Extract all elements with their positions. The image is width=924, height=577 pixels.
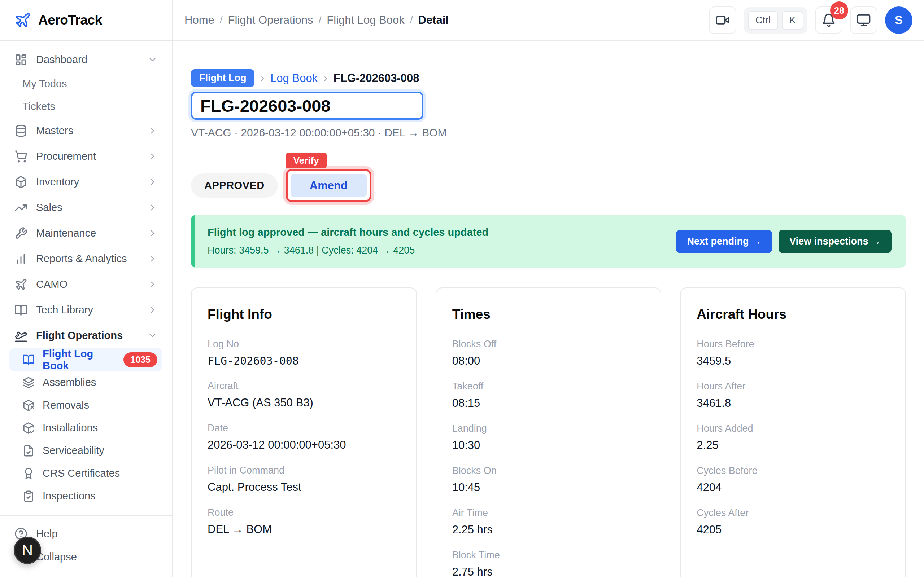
field-label: Takeoff [452,381,645,392]
package-check-icon [23,422,35,434]
breadcrumb-item[interactable]: Flight Operations [228,14,313,27]
field-label: Air Time [452,508,645,519]
field-hours-before: Hours Before3459.5 [696,338,889,367]
card-aircraft-hours: Aircraft HoursHours Before3459.5Hours Af… [680,287,906,577]
amend-annotation: Verify Amend [286,169,372,202]
breadcrumb-slash: / [410,15,413,26]
field-value: 10:45 [452,481,645,494]
sidebar-item-label: Installations [43,422,98,434]
field-cycles-before: Cycles Before4204 [696,465,889,494]
record-subtitle: VT-ACG · 2026-03-12 00:00:00+05:30 · DEL… [191,127,906,139]
breadcrumb-slash: / [319,15,321,26]
command-shortcut[interactable]: CtrlK [744,7,808,34]
field-label: Hours Added [696,423,889,434]
detail-cards: Flight InfoLog NoFLG-202603-008AircraftV… [191,287,906,577]
dev-overlay-badge[interactable]: N [14,537,41,564]
sidebar-item-inspections[interactable]: Inspections [10,485,162,508]
field-value: 10:30 [452,439,645,452]
sidebar-item-label: Masters [36,125,73,137]
sidebar-item-label: Inventory [36,176,79,188]
book-open-icon [23,354,35,366]
sidebar-item-tech-library[interactable]: Tech Library [10,297,162,323]
sidebar-item-camo[interactable]: CAMO [10,272,162,297]
sidebar-item-serviceability[interactable]: Serviceability [10,439,162,462]
field-log-no: Log NoFLG-202603-008 [208,338,400,367]
field-value: FLG-202603-008 [208,355,400,367]
sidebar-item-flight-log-book[interactable]: Flight Log Book1035 [10,348,162,371]
sidebar-item-label: CRS Certificates [43,467,120,479]
field-label: Cycles After [696,508,889,519]
notification-count-badge: 28 [830,2,848,19]
display-button[interactable] [850,6,877,34]
file-check-icon [23,445,35,457]
sidebar-item-label: Flight Log Book [43,348,115,372]
monitor-icon [856,13,871,27]
chevron-right-icon [148,305,157,315]
sidebar-item-installations[interactable]: Installations [10,416,162,439]
sidebar-item-label: Tech Library [36,304,93,316]
sidebar-item-my-todos[interactable]: My Todos [10,73,162,95]
chevron-right-icon [148,152,157,161]
notifications-button[interactable]: 28 [815,6,842,34]
flight-log-tag: Flight Log [191,69,254,87]
log-book-link[interactable]: Log Book [270,72,318,85]
sidebar-item-label: Reports & Analytics [36,253,127,265]
sidebar-item-sales[interactable]: Sales [10,195,162,220]
award-icon [23,467,35,480]
field-label: Block Time [452,550,645,561]
field-value: 2.75 hrs [452,566,645,577]
wrench-icon [15,227,27,240]
sidebar-item-reports-analytics[interactable]: Reports & Analytics [10,246,162,272]
breadcrumb-item[interactable]: Flight Log Book [327,14,404,27]
banner-text: Flight log approved — aircraft hours and… [208,226,488,256]
sidebar-item-tickets[interactable]: Tickets [10,95,162,118]
sidebar-item-masters[interactable]: Masters [10,118,162,143]
field-value: 3459.5 [696,355,889,367]
field-label: Hours Before [696,338,889,350]
video-button[interactable] [709,6,736,34]
sidebar-item-label: Tickets [23,101,55,113]
breadcrumb-slash: / [220,15,223,26]
sidebar-item-label: Serviceability [43,445,104,456]
sidebar-item-label: Removals [43,399,89,411]
sidebar-item-label: Dashboard [36,54,87,66]
sidebar-item-assemblies[interactable]: Assemblies [10,371,162,394]
sidebar-item-label: Collapse [36,551,77,563]
sidebar-item-flight-operations[interactable]: Flight Operations [10,323,162,348]
record-breadcrumb: Flight Log › Log Book › FLG-202603-008 [191,69,906,87]
video-icon [716,13,730,27]
field-value: 4204 [696,481,889,494]
sidebar-item-removals[interactable]: Removals [10,394,162,416]
plane-takeoff-icon [15,329,27,342]
topbar: Home/Flight Operations/Flight Log Book/D… [173,0,924,41]
sidebar-item-inventory[interactable]: Inventory [10,169,162,195]
chevron-right-icon [148,203,157,213]
field-value: 2.25 [696,439,889,452]
field-label: Hours After [696,381,889,392]
clipboard-check-icon [23,490,35,502]
breadcrumb-separator: › [261,72,264,84]
breadcrumb-item: Detail [418,14,449,27]
sidebar-item-maintenance[interactable]: Maintenance [10,220,162,246]
sidebar-item-label: Maintenance [36,227,96,239]
sidebar-item-crs-certificates[interactable]: CRS Certificates [10,462,162,485]
field-label: Aircraft [208,380,400,392]
sidebar-item-label: Help [36,528,58,540]
status-badge: APPROVED [191,174,278,198]
sidebar-item-dashboard[interactable]: Dashboard [10,47,162,73]
sidebar-item-label: Assemblies [43,377,96,388]
log-title-input[interactable] [191,92,423,120]
field-landing: Landing10:30 [452,423,645,452]
user-avatar[interactable]: S [885,6,913,34]
sidebar-item-label: Flight Operations [36,330,123,342]
amend-button[interactable]: Amend [291,174,367,197]
field-aircraft: AircraftVT-ACG (AS 350 B3) [208,380,400,409]
sidebar-item-procurement[interactable]: Procurement [10,143,162,169]
annotation-ring: Amend [286,169,372,202]
next-pending-button[interactable]: Next pending → [676,230,772,253]
breadcrumb-item[interactable]: Home [184,14,215,27]
main-area: Home/Flight Operations/Flight Log Book/D… [173,0,924,577]
view-inspections-button[interactable]: View inspections → [779,230,892,253]
app-logo[interactable]: AeroTrack [0,0,172,41]
record-id: FLG-202603-008 [333,72,419,85]
